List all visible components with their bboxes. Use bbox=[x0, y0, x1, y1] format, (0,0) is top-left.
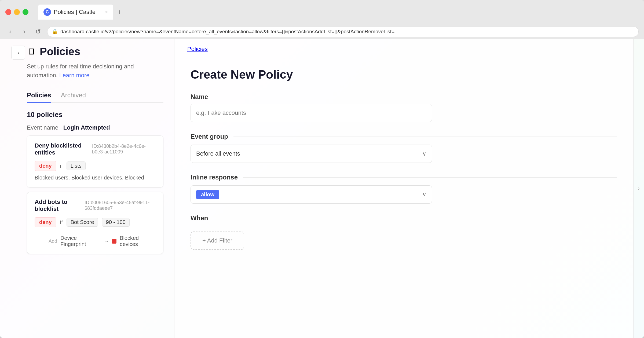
close-button[interactable] bbox=[5, 9, 11, 15]
name-input[interactable] bbox=[191, 104, 432, 122]
policy-2-action-row: Add Device Fingerprint → Blocked devices bbox=[35, 231, 156, 247]
right-panel-edge: › bbox=[633, 39, 644, 338]
browser-content: › 🖥 Policies Set up rules for real time … bbox=[0, 39, 644, 338]
arrow-right-icon: → bbox=[104, 238, 109, 244]
when-divider-row: When bbox=[191, 214, 617, 227]
page-title: Policies bbox=[40, 46, 80, 58]
page-header: 🖥 Policies bbox=[27, 46, 163, 58]
policy-1-if-label: if bbox=[60, 163, 63, 169]
left-panel: › 🖥 Policies Set up rules for real time … bbox=[0, 39, 174, 338]
policy-2-if-label: if bbox=[60, 219, 63, 225]
allow-badge: allow bbox=[196, 190, 219, 199]
name-section: Name bbox=[191, 93, 617, 122]
browser-titlebar: C Policies | Castle × + bbox=[0, 0, 644, 24]
policy-1-name: Deny blocklisted entities bbox=[35, 142, 87, 156]
new-tab-button[interactable]: + bbox=[115, 6, 124, 19]
breadcrumb-policies-link[interactable]: Policies bbox=[187, 46, 208, 53]
sidebar-toggle-button[interactable]: › bbox=[11, 46, 25, 60]
add-filter-label: + Add Filter bbox=[202, 237, 232, 244]
policy-2-action-label: Add bbox=[49, 238, 57, 244]
learn-more-link[interactable]: Learn more bbox=[59, 72, 90, 79]
url-text: dashboard.castle.io/v2/policies/new?name… bbox=[60, 29, 394, 35]
inline-response-select[interactable]: allow ∨ bbox=[191, 185, 432, 204]
policies-icon: 🖥 bbox=[27, 47, 35, 57]
event-group-value: Before all events bbox=[196, 150, 240, 157]
policy-1-action-badge: deny bbox=[35, 161, 56, 171]
policy-card-1[interactable]: Deny blocklisted entities ID:8430b2b4-8e… bbox=[27, 135, 163, 188]
reload-button[interactable]: ↺ bbox=[33, 27, 43, 36]
policy-2-rule: deny if Bot Score 90 - 100 bbox=[35, 217, 156, 227]
minimize-button[interactable] bbox=[14, 9, 20, 15]
event-group-section: Event group Before all events ∨ bbox=[191, 133, 617, 163]
policy-1-attribute: Lists bbox=[67, 161, 86, 170]
policy-1-rule: deny if Lists Blocked users, Blocked use… bbox=[35, 161, 156, 181]
policy-card-1-header: Deny blocklisted entities ID:8430b2b4-8e… bbox=[35, 142, 156, 156]
divider-line-2 bbox=[243, 177, 617, 178]
when-section: When + Add Filter bbox=[191, 214, 617, 250]
when-label: When bbox=[191, 214, 208, 222]
add-filter-button[interactable]: + Add Filter bbox=[191, 232, 244, 250]
edge-arrow-icon: › bbox=[638, 185, 640, 192]
tab-title-label: Policies | Castle bbox=[54, 9, 96, 16]
policy-2-attribute: Bot Score bbox=[67, 218, 98, 227]
tab-bar: C Policies | Castle × + bbox=[38, 5, 124, 20]
forward-button[interactable]: › bbox=[19, 27, 29, 36]
chevron-right-icon: › bbox=[17, 50, 19, 56]
chevron-down-icon: ∨ bbox=[422, 150, 426, 157]
tab-close-icon[interactable]: × bbox=[105, 9, 108, 15]
back-button[interactable]: ‹ bbox=[5, 27, 15, 36]
breadcrumb-nav: Policies bbox=[174, 39, 633, 57]
policy-2-action-destination: Blocked devices bbox=[120, 235, 156, 247]
policy-2-action-attribute: Device Fingerprint bbox=[60, 235, 101, 247]
event-group-label: Event group bbox=[191, 133, 228, 140]
event-name-row: Event name Login Attempted bbox=[27, 124, 163, 131]
form-title: Create New Policy bbox=[191, 68, 617, 81]
right-panel-content: Create New Policy Name Event group Befor… bbox=[174, 57, 633, 338]
name-label: Name bbox=[191, 93, 617, 101]
lock-icon: 🔒 bbox=[52, 29, 58, 35]
tab-archived[interactable]: Archived bbox=[61, 88, 86, 103]
policy-2-value: 90 - 100 bbox=[102, 218, 130, 227]
tab-navigation: Policies Archived bbox=[27, 88, 163, 103]
subtitle-text: Set up rules for real time decisioning a… bbox=[27, 62, 163, 80]
inline-response-label: Inline response bbox=[191, 174, 238, 181]
divider-line bbox=[233, 137, 617, 137]
policy-card-2[interactable]: Add bots to blocklist ID:b0081605-953e-4… bbox=[27, 192, 163, 254]
divider-line-3 bbox=[213, 221, 617, 221]
chevron-down-icon-2: ∨ bbox=[422, 191, 426, 198]
policy-card-2-header: Add bots to blocklist ID:b0081605-953e-4… bbox=[35, 199, 156, 212]
right-panel: Policies Create New Policy Name Event gr… bbox=[174, 39, 633, 338]
policy-1-value: Blocked users, Blocked user devices, Blo… bbox=[35, 175, 144, 181]
address-bar[interactable]: 🔒 dashboard.castle.io/v2/policies/new?na… bbox=[47, 26, 639, 37]
inline-response-divider-row: Inline response bbox=[191, 174, 617, 181]
red-dot-icon bbox=[112, 239, 116, 244]
traffic-lights bbox=[5, 9, 28, 15]
inline-response-section: Inline response allow ∨ bbox=[191, 174, 617, 204]
policy-2-action-badge: deny bbox=[35, 217, 56, 227]
browser-window: C Policies | Castle × + ‹ › ↺ 🔒 dashboar… bbox=[0, 0, 644, 338]
address-bar-row: ‹ › ↺ 🔒 dashboard.castle.io/v2/policies/… bbox=[0, 24, 644, 39]
tab-favicon-icon: C bbox=[43, 8, 51, 16]
policy-2-name: Add bots to blocklist bbox=[35, 199, 79, 212]
left-panel-content: 🖥 Policies Set up rules for real time de… bbox=[0, 39, 174, 338]
browser-tab[interactable]: C Policies | Castle × bbox=[38, 5, 113, 20]
fullscreen-button[interactable] bbox=[23, 9, 28, 15]
policies-count: 10 policies bbox=[27, 111, 163, 119]
event-group-divider-row: Event group bbox=[191, 133, 617, 140]
policy-1-id: ID:8430b2b4-8e2e-4c6e-b0e3-ac11009 bbox=[92, 144, 156, 155]
event-name-value: Login Attempted bbox=[63, 124, 110, 131]
policy-2-id: ID:b0081605-953e-45af-9911-683fddaeee7 bbox=[85, 200, 156, 211]
tab-policies[interactable]: Policies bbox=[27, 88, 51, 103]
event-group-select[interactable]: Before all events ∨ bbox=[191, 145, 432, 163]
